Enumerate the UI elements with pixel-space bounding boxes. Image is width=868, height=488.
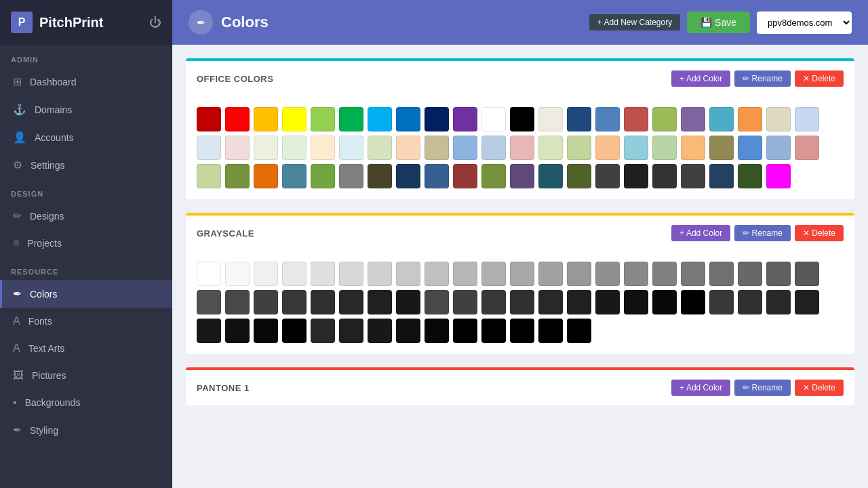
sidebar-item-pictures[interactable]: 🖼 Pictures [0, 362, 172, 389]
color-swatch[interactable] [481, 164, 506, 188]
color-swatch[interactable] [225, 319, 250, 343]
office-add-color-button[interactable]: + Add Color [671, 70, 730, 87]
color-swatch[interactable] [481, 136, 506, 160]
color-swatch[interactable] [396, 107, 420, 131]
color-swatch[interactable] [709, 262, 734, 286]
color-swatch[interactable] [396, 136, 420, 160]
color-swatch[interactable] [738, 290, 762, 314]
color-swatch[interactable] [652, 164, 677, 188]
color-swatch[interactable] [311, 290, 335, 314]
color-swatch[interactable] [709, 164, 734, 188]
sidebar-item-projects[interactable]: ≡ Projects [0, 230, 172, 257]
color-swatch[interactable] [567, 136, 591, 160]
color-swatch[interactable] [254, 290, 278, 314]
color-swatch[interactable] [738, 136, 762, 160]
color-swatch[interactable] [681, 290, 705, 314]
color-swatch[interactable] [624, 107, 648, 131]
sidebar-item-styling[interactable]: ✒ Styling [0, 416, 172, 444]
color-swatch[interactable] [538, 290, 563, 314]
grayscale-rename-button[interactable]: ✏ Rename [734, 225, 791, 241]
color-swatch[interactable] [738, 107, 762, 131]
color-swatch[interactable] [225, 107, 250, 131]
domain-select[interactable]: ppv8demos.com [757, 12, 852, 34]
color-swatch[interactable] [197, 136, 221, 160]
color-swatch[interactable] [425, 107, 449, 131]
color-swatch[interactable] [282, 290, 307, 314]
color-swatch[interactable] [254, 262, 278, 286]
color-swatch[interactable] [339, 319, 363, 343]
color-swatch[interactable] [766, 164, 791, 188]
color-swatch[interactable] [681, 262, 705, 286]
color-swatch[interactable] [738, 164, 762, 188]
pantone1-add-color-button[interactable]: + Add Color [671, 380, 730, 396]
color-swatch[interactable] [538, 136, 563, 160]
color-swatch[interactable] [339, 164, 363, 188]
color-swatch[interactable] [282, 164, 307, 188]
color-swatch[interactable] [339, 262, 363, 286]
color-swatch[interactable] [510, 262, 534, 286]
color-swatch[interactable] [709, 136, 734, 160]
power-icon[interactable]: ⏻ [149, 16, 161, 30]
color-swatch[interactable] [311, 107, 335, 131]
color-swatch[interactable] [567, 290, 591, 314]
color-swatch[interactable] [453, 262, 477, 286]
color-swatch[interactable] [225, 290, 250, 314]
sidebar-item-accounts[interactable]: 👤 Accounts [0, 123, 172, 151]
color-swatch[interactable] [681, 164, 705, 188]
color-swatch[interactable] [510, 290, 534, 314]
sidebar-item-textarts[interactable]: A Text Arts [0, 335, 172, 362]
color-swatch[interactable] [368, 262, 392, 286]
color-swatch[interactable] [510, 319, 534, 343]
color-swatch[interactable] [624, 164, 648, 188]
color-swatch[interactable] [624, 136, 648, 160]
color-swatch[interactable] [595, 164, 620, 188]
color-swatch[interactable] [681, 107, 705, 131]
color-swatch[interactable] [709, 107, 734, 131]
color-swatch[interactable] [339, 136, 363, 160]
color-swatch[interactable] [396, 262, 420, 286]
color-swatch[interactable] [368, 107, 392, 131]
color-swatch[interactable] [681, 136, 705, 160]
color-swatch[interactable] [453, 107, 477, 131]
sidebar-item-domains[interactable]: ⚓ Domains [0, 96, 172, 123]
color-swatch[interactable] [538, 319, 563, 343]
color-swatch[interactable] [282, 319, 307, 343]
color-swatch[interactable] [197, 262, 221, 286]
color-swatch[interactable] [652, 262, 677, 286]
color-swatch[interactable] [453, 164, 477, 188]
color-swatch[interactable] [425, 136, 449, 160]
office-delete-button[interactable]: ✕ Delete [795, 70, 844, 87]
color-swatch[interactable] [795, 136, 819, 160]
color-swatch[interactable] [624, 262, 648, 286]
color-swatch[interactable] [225, 262, 250, 286]
save-button[interactable]: 💾 Save [687, 12, 750, 33]
color-swatch[interactable] [368, 164, 392, 188]
color-swatch[interactable] [766, 290, 791, 314]
color-swatch[interactable] [652, 290, 677, 314]
color-swatch[interactable] [396, 319, 420, 343]
color-swatch[interactable] [396, 290, 420, 314]
color-swatch[interactable] [254, 107, 278, 131]
color-swatch[interactable] [481, 290, 506, 314]
color-swatch[interactable] [197, 319, 221, 343]
color-swatch[interactable] [510, 107, 534, 131]
color-swatch[interactable] [368, 136, 392, 160]
color-swatch[interactable] [538, 262, 563, 286]
color-swatch[interactable] [481, 319, 506, 343]
color-swatch[interactable] [766, 136, 791, 160]
color-swatch[interactable] [368, 290, 392, 314]
color-swatch[interactable] [595, 262, 620, 286]
color-swatch[interactable] [652, 107, 677, 131]
color-swatch[interactable] [510, 164, 534, 188]
color-swatch[interactable] [396, 164, 420, 188]
color-swatch[interactable] [282, 107, 307, 131]
sidebar-item-fonts[interactable]: A Fonts [0, 308, 172, 335]
color-swatch[interactable] [453, 290, 477, 314]
color-swatch[interactable] [197, 290, 221, 314]
pantone1-rename-button[interactable]: ✏ Rename [734, 380, 791, 396]
color-swatch[interactable] [425, 164, 449, 188]
color-swatch[interactable] [225, 164, 250, 188]
grayscale-add-color-button[interactable]: + Add Color [671, 225, 730, 241]
color-swatch[interactable] [339, 290, 363, 314]
color-swatch[interactable] [567, 164, 591, 188]
